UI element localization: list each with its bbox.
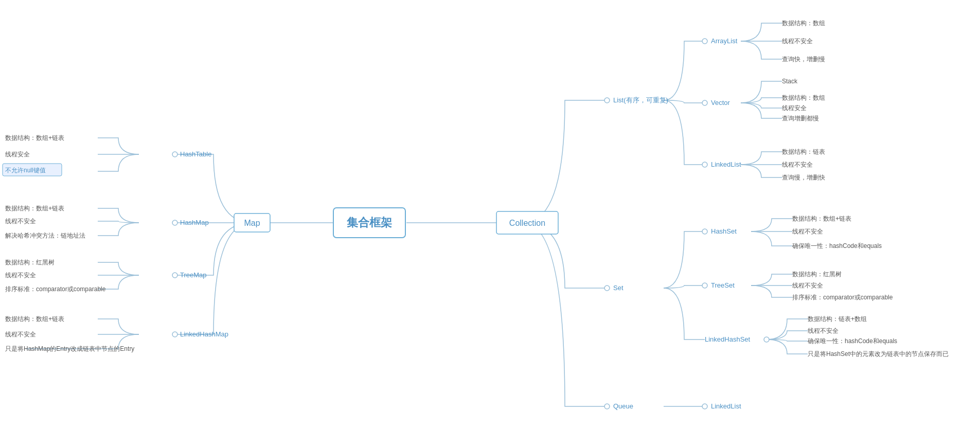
treemap-label: TreeMap: [180, 271, 207, 279]
treemap-dot: [172, 273, 177, 278]
leaf-hashtable-3-highlighted: 不允许null键值: [5, 167, 46, 174]
linkedlist-queue-label: LinkedList: [711, 402, 741, 410]
leaf-treeset-2: 线程不安全: [792, 282, 823, 289]
leaf-linkedlist-1: 数据结构：链表: [782, 148, 825, 155]
leaf-arraylist-3: 查询快，增删慢: [782, 56, 825, 63]
leaf-linkedlist-2: 线程不安全: [782, 161, 813, 168]
center-label: 集合框架: [347, 216, 392, 229]
hashtable-dot: [172, 152, 177, 157]
leaf-arraylist-1: 数据结构：数组: [782, 20, 825, 27]
queue-label: Queue: [613, 402, 633, 410]
leaf-arraylist-2: 线程不安全: [782, 38, 813, 45]
leaf-hashset-1: 数据结构：数组+链表: [792, 215, 851, 222]
leaf-lhm-2: 线程不安全: [5, 331, 36, 338]
leaf-lhm-3: 只是将HashMap的Entry改成链表中节点的Entry: [5, 345, 134, 352]
leaf-lhs-2: 线程不安全: [808, 327, 839, 334]
leaf-treemap-1: 数据结构：红黑树: [5, 259, 55, 266]
leaf-lhs-4: 只是将HashSet中的元素改为链表中的节点保存而已: [808, 350, 949, 358]
leaf-treeset-1: 数据结构：红黑树: [792, 271, 842, 278]
linkedlist-queue-dot: [702, 404, 707, 409]
linkedhashmap-label: LinkedHashMap: [180, 330, 228, 338]
vector-dot: [702, 100, 707, 105]
linkedlist-list-dot: [702, 162, 707, 167]
leaf-hashtable-2: 线程安全: [5, 151, 30, 158]
hashset-label: HashSet: [711, 227, 737, 235]
vector-label: Vector: [711, 99, 730, 106]
leaf-lhs-1: 数据结构：链表+数组: [808, 315, 867, 323]
leaf-hashmap-3: 解决哈希冲突方法：链地址法: [5, 232, 85, 239]
arraylist-label: ArrayList: [711, 37, 738, 45]
hashset-dot: [702, 229, 707, 234]
hashtable-label: HashTable: [180, 150, 211, 158]
treeset-dot: [702, 283, 707, 288]
leaf-vector-3: 查询增删都慢: [782, 115, 819, 122]
treeset-label: TreeSet: [711, 281, 735, 289]
list-dot: [604, 98, 610, 103]
leaf-vector-2: 线程安全: [782, 104, 807, 112]
leaf-hashtable-1: 数据结构：数组+链表: [5, 134, 64, 141]
leaf-treeset-3: 排序标准：comparator或comparable: [792, 294, 893, 301]
leaf-hashset-2: 线程不安全: [792, 228, 823, 235]
hashmap-dot: [172, 220, 177, 225]
leaf-lhm-1: 数据结构：数组+链表: [5, 315, 64, 323]
leaf-vector-1: 数据结构：数组: [782, 94, 825, 101]
linkedhashmap-dot: [172, 332, 177, 337]
collection-label: Collection: [509, 219, 545, 227]
mindmap-svg: 集合框架 Collection Map List(有序，可重复) Set Que…: [0, 0, 980, 446]
map-label: Map: [244, 219, 260, 227]
leaf-lhs-3: 确保唯一性：hashCode和equals: [807, 337, 897, 345]
map-node: Map: [234, 213, 270, 232]
linkedhashset-label: LinkedHashSet: [705, 335, 751, 343]
linkedhashset-dot: [764, 337, 769, 342]
leaf-treemap-2: 线程不安全: [5, 272, 36, 279]
collection-node: Collection: [496, 211, 558, 234]
queue-dot: [604, 404, 610, 409]
set-dot: [604, 286, 610, 291]
leaf-hashmap-1: 数据结构：数组+链表: [5, 205, 64, 212]
leaf-linkedlist-3: 查询慢，增删快: [782, 174, 825, 181]
linkedlist-list-label: LinkedList: [711, 160, 741, 168]
leaf-hashset-3: 确保唯一性：hashCode和equals: [792, 242, 882, 249]
arraylist-dot: [702, 39, 707, 44]
leaf-treemap-3: 排序标准：comparator或comparable: [5, 286, 106, 293]
list-label: List(有序，可重复): [613, 96, 668, 104]
leaf-vector-stack: Stack: [782, 78, 798, 85]
center-node: 集合框架: [333, 208, 405, 238]
hashmap-label: HashMap: [180, 219, 209, 226]
leaf-hashmap-2: 线程不安全: [5, 218, 36, 225]
set-label: Set: [613, 284, 623, 292]
